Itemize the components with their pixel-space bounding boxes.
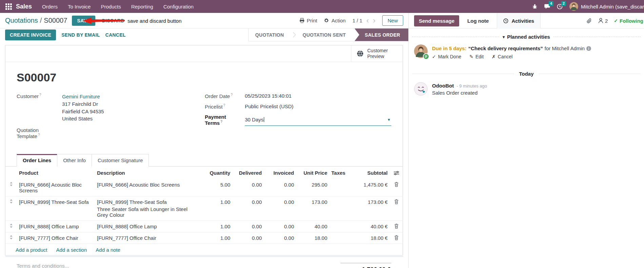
nav-item-configuration[interactable]: Configuration — [163, 4, 194, 9]
col-product[interactable]: Product — [17, 167, 95, 179]
action-button[interactable]: Action — [324, 18, 346, 23]
col-unit-price[interactable]: Unit Price — [296, 167, 329, 179]
status-quotation[interactable]: QUOTATION — [249, 28, 291, 41]
chevron-right-icon[interactable]: › — [373, 17, 375, 24]
message-author[interactable]: OdooBot — [432, 83, 454, 89]
send-by-email-button[interactable]: SEND BY EMAIL — [61, 32, 100, 38]
delete-row-button[interactable] — [390, 179, 403, 196]
col-delivered[interactable]: Delivered — [232, 167, 264, 179]
mark-done-button[interactable]: ✓ Mark Done — [432, 54, 461, 59]
log-note-button[interactable]: Log note — [467, 18, 489, 24]
col-description[interactable]: Description — [95, 167, 202, 179]
followers-button[interactable]: 2 — [598, 18, 608, 24]
cell-taxes[interactable] — [329, 232, 350, 244]
customer-preview-button[interactable]: Customer Preview — [351, 45, 403, 62]
cell-unit-price[interactable]: 40.00 — [296, 221, 329, 232]
pricelist-field[interactable]: Public Pricelist (USD) — [245, 103, 293, 110]
cell-description[interactable]: [FURN_6666] Acoustic Bloc Screens — [95, 179, 202, 196]
cell-invoiced[interactable]: 0.00 — [264, 232, 296, 244]
app-name[interactable]: Sales — [16, 3, 32, 10]
breadcrumb: Quotations / S00007 — [5, 17, 67, 24]
cell-quantity[interactable]: 1.00 — [202, 196, 232, 221]
drag-handle-icon[interactable] — [5, 232, 17, 244]
cell-product[interactable]: [FURN_8888] Office Lamp — [17, 221, 95, 232]
terms-placeholder[interactable]: Terms and conditions... — [17, 263, 69, 268]
cell-description[interactable]: [FURN_7777] Office Chair — [95, 232, 202, 244]
create-invoice-button[interactable]: CREATE INVOICE — [5, 30, 56, 40]
add-product-link[interactable]: Add a product — [16, 247, 47, 253]
cancel-button[interactable]: CANCEL — [105, 32, 126, 38]
col-subtotal[interactable]: Subtotal — [350, 167, 390, 179]
cell-product[interactable]: [FURN_7777] Office Chair — [17, 232, 95, 244]
delete-row-button[interactable] — [390, 232, 403, 244]
cell-invoiced[interactable]: 0.00 — [264, 179, 296, 196]
new-button[interactable]: New — [382, 15, 403, 26]
add-note-link[interactable]: Add a note — [96, 247, 120, 253]
status-sales-order[interactable]: SALES ORDER — [355, 28, 408, 41]
dropdown-caret-icon[interactable]: ▾ — [388, 117, 391, 122]
info-icon[interactable] — [586, 46, 591, 51]
cell-product[interactable]: [FURN_8999] Three-Seat Sofa — [17, 196, 95, 221]
cell-product[interactable]: [FURN_6666] Acoustic Bloc Screens — [17, 179, 95, 196]
cell-delivered[interactable]: 0.00 — [232, 196, 264, 221]
drag-handle-icon[interactable] — [5, 179, 17, 196]
cell-taxes[interactable] — [329, 221, 350, 232]
nav-item-products[interactable]: Products — [101, 4, 121, 9]
help-icon[interactable]: ? — [231, 93, 233, 97]
payment-terms-input[interactable]: 30 Days ▾ — [245, 114, 391, 126]
cell-quantity[interactable]: 1.00 — [202, 232, 232, 244]
cell-quantity[interactable]: 1.00 — [202, 221, 232, 232]
help-icon[interactable]: ? — [223, 103, 226, 107]
cell-taxes[interactable] — [329, 179, 350, 196]
cell-description[interactable]: [FURN_8888] Office Lamp — [95, 221, 202, 232]
help-icon[interactable]: ? — [38, 133, 40, 137]
cell-quantity[interactable]: 5.00 — [202, 179, 232, 196]
cell-delivered[interactable]: 0.00 — [232, 232, 264, 244]
delete-row-button[interactable] — [390, 221, 403, 232]
cell-delivered[interactable]: 0.00 — [232, 179, 264, 196]
activities-tab[interactable]: Activities — [497, 13, 541, 28]
cell-unit-price[interactable]: 173.00 — [296, 196, 329, 221]
tab-other-info[interactable]: Other Info — [57, 154, 92, 167]
nav-item-to-invoice[interactable]: To Invoice — [68, 4, 91, 9]
apps-grid-icon[interactable] — [5, 3, 12, 10]
activities-clock-icon[interactable]: 2 — [557, 4, 563, 9]
add-section-link[interactable]: Add a section — [56, 247, 87, 253]
bug-icon[interactable] — [532, 4, 538, 9]
customer-link[interactable]: Gemini Furniture — [62, 93, 104, 100]
col-taxes[interactable]: Taxes — [329, 167, 350, 179]
col-quantity[interactable]: Quantity — [202, 167, 232, 179]
cell-delivered[interactable]: 0.00 — [232, 221, 264, 232]
notebook-tabs: Order Lines Other Info Customer Signatur… — [5, 154, 403, 167]
send-message-button[interactable]: Send message — [414, 15, 459, 26]
paperclip-icon[interactable] — [586, 18, 592, 24]
help-icon[interactable]: ? — [39, 93, 41, 97]
delete-row-button[interactable] — [390, 196, 403, 221]
cell-unit-price[interactable]: 295.00 — [296, 179, 329, 196]
help-icon[interactable]: ? — [220, 120, 222, 123]
order-date-field[interactable]: 05/25/2023 15:40:01 — [245, 93, 292, 99]
planned-activities-toggle[interactable]: ▾ Planned activities — [503, 34, 550, 40]
drag-handle-icon[interactable] — [5, 196, 17, 221]
nav-item-reporting[interactable]: Reporting — [131, 4, 153, 9]
following-button[interactable]: ✓ Following — [614, 18, 643, 24]
cancel-activity-button[interactable]: ✗ Cancel — [492, 54, 512, 59]
tab-order-lines[interactable]: Order Lines — [17, 154, 57, 167]
print-button[interactable]: Print — [299, 18, 317, 23]
cell-unit-price[interactable]: 18.00 — [296, 232, 329, 244]
breadcrumb-quotations[interactable]: Quotations — [5, 17, 38, 24]
cell-description[interactable]: [FURN_8999] Three-Seat Sofa Three Seater… — [95, 196, 202, 221]
tab-customer-signature[interactable]: Customer Signature — [92, 154, 149, 167]
messages-icon[interactable]: 4 — [544, 4, 550, 9]
cell-invoiced[interactable]: 0.00 — [264, 196, 296, 221]
edit-activity-button[interactable]: ✎ Edit — [469, 54, 484, 59]
col-invoiced[interactable]: Invoiced — [264, 167, 296, 179]
drag-handle-icon[interactable] — [5, 221, 17, 232]
chevron-left-icon[interactable]: ‹ — [366, 17, 369, 24]
cell-invoiced[interactable]: 0.00 — [264, 221, 296, 232]
nav-item-orders[interactable]: Orders — [42, 4, 58, 9]
status-quotation-sent[interactable]: QUOTATION SENT — [296, 28, 352, 41]
column-settings-icon[interactable] — [390, 167, 403, 179]
user-menu[interactable]: Mitchell Admin (save_discar — [569, 2, 644, 11]
cell-taxes[interactable] — [329, 196, 350, 221]
